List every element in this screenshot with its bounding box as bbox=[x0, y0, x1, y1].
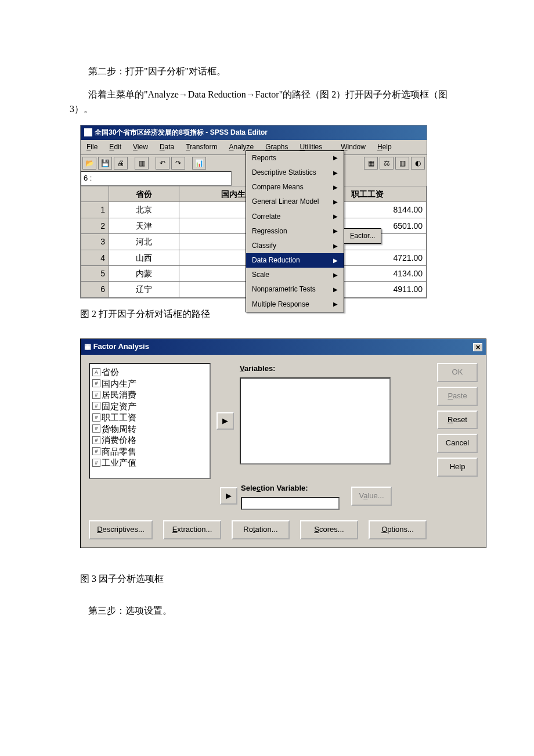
variables-label: Variables: bbox=[240, 363, 402, 375]
numeric-var-icon bbox=[92, 379, 100, 387]
value-button[interactable]: Value... bbox=[351, 487, 392, 506]
chevron-right-icon: ▶ bbox=[333, 300, 338, 309]
close-icon[interactable]: ✕ bbox=[473, 343, 482, 351]
list-item[interactable]: 消费价格 bbox=[92, 434, 207, 446]
tool-dialog-icon[interactable]: ▥ bbox=[135, 157, 149, 170]
list-item[interactable]: 固定资产 bbox=[92, 401, 207, 412]
numeric-var-icon bbox=[92, 436, 100, 444]
chevron-right-icon: ▶ bbox=[333, 242, 338, 251]
menu-item-factor[interactable]: Factor... bbox=[350, 231, 375, 242]
menu-item-nonparametric[interactable]: Nonparametric Tests▶ bbox=[246, 282, 344, 297]
tool-open-icon[interactable]: 📂 bbox=[82, 157, 96, 170]
dialog-icon: ▦ bbox=[84, 342, 91, 351]
tool-select-icon[interactable]: ▥ bbox=[395, 157, 409, 170]
tool-weight-icon[interactable]: ⚖ bbox=[380, 157, 394, 170]
scores-button[interactable]: Scores... bbox=[300, 520, 358, 539]
selection-variable-label: Selection Variable: bbox=[241, 483, 340, 495]
menu-help[interactable]: Help bbox=[371, 140, 398, 154]
numeric-var-icon bbox=[92, 413, 100, 422]
app-icon bbox=[84, 128, 92, 136]
menu-edit[interactable]: Edit bbox=[103, 140, 127, 154]
numeric-var-icon bbox=[92, 402, 100, 410]
rotation-button[interactable]: Rotation... bbox=[232, 520, 290, 539]
extraction-button[interactable]: Extraction... bbox=[163, 520, 221, 539]
chevron-right-icon: ▶ bbox=[333, 271, 338, 280]
paragraph-path: 沿着主菜单的"Analyze→Data Reduction→Factor"的路径… bbox=[70, 87, 464, 117]
move-selection-button[interactable]: ▶ bbox=[220, 487, 237, 505]
list-item[interactable]: 国内生产 bbox=[92, 378, 207, 390]
menu-item-descriptive[interactable]: Descriptive Statistics▶ bbox=[246, 165, 344, 180]
menu-item-compare-means[interactable]: Compare Means▶ bbox=[246, 180, 344, 195]
chevron-right-icon: ▶ bbox=[333, 168, 338, 178]
chevron-right-icon: ▶ bbox=[333, 212, 338, 221]
paragraph-step2: 第二步：打开"因子分析"对话框。 bbox=[70, 64, 464, 79]
col-province[interactable]: 省份 bbox=[109, 186, 179, 201]
numeric-var-icon bbox=[92, 391, 100, 399]
figure3-caption: 图 3 因子分析选项框 bbox=[80, 571, 464, 586]
menu-item-data-reduction[interactable]: Data Reduction▶ bbox=[246, 253, 344, 268]
tool-value-icon[interactable]: ◐ bbox=[411, 157, 425, 170]
analyze-dropdown-menu[interactable]: Reports▶ Descriptive Statistics▶ Compare… bbox=[246, 150, 344, 312]
move-right-button[interactable]: ▶ bbox=[217, 412, 234, 430]
menu-data[interactable]: Data bbox=[154, 140, 180, 154]
menu-item-reports[interactable]: Reports▶ bbox=[246, 151, 344, 165]
numeric-var-icon bbox=[92, 424, 100, 433]
source-variables-list[interactable]: 省份 国内生产 居民消费 固定资产 职工工资 货物周转 消费价格 商品零售 工业… bbox=[89, 363, 211, 479]
col-rownum bbox=[81, 186, 109, 201]
paste-button[interactable]: Paste bbox=[437, 387, 478, 406]
cell-reference[interactable]: 6 : bbox=[81, 171, 232, 186]
menu-transform[interactable]: Transform bbox=[180, 140, 223, 154]
chevron-right-icon: ▶ bbox=[333, 285, 338, 294]
reset-button[interactable]: Reset bbox=[437, 411, 478, 430]
list-item[interactable]: 居民消费 bbox=[92, 389, 207, 401]
window-title: 全国30个省市区经济发展的8项指标 - SPSS Data Editor bbox=[95, 127, 268, 138]
options-button[interactable]: Options... bbox=[369, 520, 427, 539]
list-item[interactable]: 职工工资 bbox=[92, 412, 207, 423]
tool-print-icon[interactable]: 🖨 bbox=[114, 157, 128, 170]
selection-variable-input[interactable] bbox=[241, 497, 340, 510]
chevron-right-icon: ▶ bbox=[333, 226, 338, 236]
dialog-title: Factor Analysis bbox=[93, 342, 149, 351]
numeric-var-icon bbox=[92, 459, 100, 467]
tool-redo-icon[interactable]: ↷ bbox=[171, 157, 185, 170]
menu-item-regression[interactable]: Regression▶ bbox=[246, 224, 344, 239]
data-reduction-submenu[interactable]: Factor... bbox=[344, 228, 381, 244]
string-var-icon bbox=[92, 368, 100, 376]
menu-item-multiple-response[interactable]: Multiple Response▶ bbox=[246, 297, 344, 312]
help-button[interactable]: Help bbox=[437, 458, 478, 477]
descriptives-button[interactable]: Descriptives... bbox=[89, 520, 153, 539]
chevron-right-icon: ▶ bbox=[333, 183, 338, 192]
chevron-right-icon: ▶ bbox=[333, 256, 338, 265]
list-item[interactable]: 货物周转 bbox=[92, 423, 207, 435]
cancel-button[interactable]: Cancel bbox=[437, 434, 478, 453]
tool-save-icon[interactable]: 💾 bbox=[98, 157, 112, 170]
menu-item-glm[interactable]: General Linear Model▶ bbox=[246, 195, 344, 209]
list-item[interactable]: 省份 bbox=[92, 366, 207, 378]
tool-grid-icon[interactable]: ▦ bbox=[364, 157, 378, 170]
tool-chart-icon[interactable]: 📊 bbox=[192, 157, 206, 170]
ok-button[interactable]: OK bbox=[437, 363, 478, 382]
tool-undo-icon[interactable]: ↶ bbox=[156, 157, 169, 170]
spss-data-editor-window: 全国30个省市区经济发展的8项指标 - SPSS Data Editor Fil… bbox=[80, 125, 427, 298]
paragraph-step3: 第三步：选项设置。 bbox=[70, 603, 464, 618]
menu-file[interactable]: File bbox=[81, 140, 103, 154]
menu-view[interactable]: View bbox=[127, 140, 154, 154]
menu-item-classify[interactable]: Classify▶ bbox=[246, 239, 344, 253]
chevron-right-icon: ▶ bbox=[333, 153, 338, 163]
menu-item-scale[interactable]: Scale▶ bbox=[246, 268, 344, 282]
menu-item-correlate[interactable]: Correlate▶ bbox=[246, 210, 344, 224]
list-item[interactable]: 商品零售 bbox=[92, 446, 207, 458]
chevron-right-icon: ▶ bbox=[333, 197, 338, 207]
numeric-var-icon bbox=[92, 447, 100, 455]
variables-listbox[interactable] bbox=[240, 377, 391, 465]
dialog-titlebar: ▦ Factor Analysis ✕ bbox=[81, 339, 486, 355]
spss-titlebar: 全国30个省市区经济发展的8项指标 - SPSS Data Editor bbox=[81, 125, 427, 140]
list-item[interactable]: 工业产值 bbox=[92, 457, 207, 469]
factor-analysis-dialog: ▦ Factor Analysis ✕ 省份 国内生产 居民消费 固定资产 职工… bbox=[80, 339, 486, 548]
